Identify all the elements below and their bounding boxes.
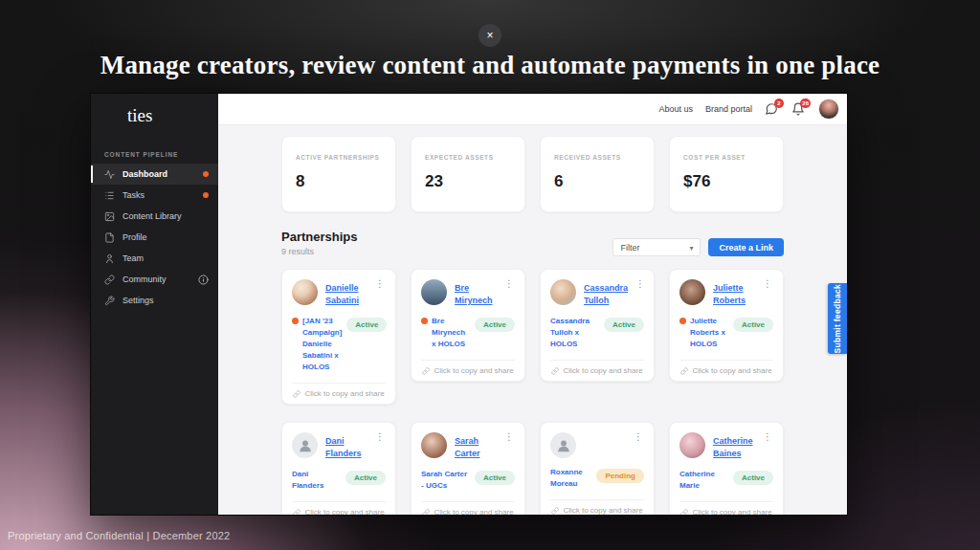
sidebar-item-label: Content Library (122, 211, 182, 221)
stats-row: ACTIVE PARTNERSHIPS8EXPECTED ASSETS23REC… (281, 136, 784, 212)
sidebar-menu: DashboardTasksContent LibraryProfileTeam… (91, 164, 218, 311)
campaign-name: Juliette Roberts x HOLOS (690, 316, 728, 350)
status-badge: Active (733, 471, 773, 485)
status-badge: Active (475, 318, 515, 332)
status-dot (421, 318, 428, 324)
copy-share-button[interactable]: Click to copy and share (679, 501, 773, 515)
partnership-card: Roxanne MoreauPendingClick to copy and s… (540, 422, 655, 515)
stat-value: 23 (425, 172, 511, 191)
sidebar-item-dashboard[interactable]: Dashboard (91, 164, 218, 185)
stat-card: COST PER ASSET$76 (669, 136, 784, 212)
creator-name-link[interactable]: Bre Mirynech (455, 279, 497, 307)
create-link-button[interactable]: Create a Link (708, 238, 784, 256)
card-menu-icon[interactable] (504, 432, 515, 460)
card-menu-icon[interactable] (634, 432, 644, 458)
sidebar-item-team[interactable]: Team (91, 248, 218, 269)
campaign-name: Sarah Carter - UGCs (421, 469, 470, 492)
copy-share-label: Click to copy and share (434, 508, 513, 515)
tasks-icon (104, 190, 115, 201)
copy-share-label: Click to copy and share (563, 366, 642, 375)
creator-avatar (292, 279, 318, 305)
partnerships-header: Partnerships 9 results Filter Create a L… (281, 230, 784, 256)
campaign-name: [JAN '23 Campaign] Danielle Sabatini x H… (302, 316, 342, 373)
card-menu-icon[interactable] (763, 279, 773, 307)
presentation-slide: × Manage creators, review content and au… (0, 0, 980, 550)
app-window: ties CONTENT PIPELINE DashboardTasksCont… (91, 94, 847, 515)
copy-share-button[interactable]: Click to copy and share (550, 360, 644, 381)
card-menu-icon[interactable] (375, 432, 386, 460)
creator-name-link[interactable]: Sarah Carter (455, 432, 497, 460)
card-menu-icon[interactable] (504, 279, 515, 307)
status-badge: Active (345, 471, 386, 485)
slide-footer: Proprietary and Confidential | December … (8, 530, 230, 541)
creator-avatar (421, 279, 447, 305)
stat-value: 6 (554, 172, 640, 191)
copy-share-button[interactable]: Click to copy and share (550, 499, 644, 515)
partnership-card: Catherine BainesCatherine MarieActiveCli… (669, 422, 784, 515)
partnerships-title: Partnerships (281, 230, 357, 244)
stat-card: RECEIVED ASSETS6 (540, 136, 655, 212)
filter-label: Filter (620, 243, 639, 253)
creator-name-link[interactable]: Cassandra Tulloh (584, 279, 628, 307)
notification-dot (203, 171, 209, 177)
person-silhouette-icon (554, 436, 573, 455)
partnership-card: Danielle Sabatini[JAN '23 Campaign] Dani… (281, 269, 396, 405)
sidebar-item-settings[interactable]: Settings (91, 290, 218, 311)
status-badge: Active (475, 471, 515, 485)
sidebar-item-profile[interactable]: Profile (91, 227, 218, 248)
info-icon (198, 275, 209, 285)
copy-share-button[interactable]: Click to copy and share (292, 383, 386, 404)
status-dot (292, 318, 299, 324)
status-dot (679, 318, 686, 324)
card-menu-icon[interactable] (635, 279, 646, 307)
sidebar-item-content-library[interactable]: Content Library (91, 206, 218, 227)
stat-label: EXPECTED ASSETS (425, 154, 511, 161)
sidebar-item-label: Team (122, 253, 144, 263)
close-button[interactable]: × (479, 24, 501, 47)
notifications-button[interactable]: 26 (791, 102, 806, 117)
nav-link-brand-portal[interactable]: Brand portal (705, 104, 752, 114)
filter-dropdown[interactable]: Filter (612, 238, 701, 256)
partnership-card: Cassandra TullohCassandra Tulloh x HOLOS… (540, 269, 655, 382)
stat-label: COST PER ASSET (683, 154, 769, 161)
notifications-badge: 26 (800, 99, 811, 108)
copy-share-button[interactable]: Click to copy and share (421, 360, 515, 381)
creator-avatar (550, 432, 576, 458)
creator-avatar (421, 432, 447, 458)
creator-name-link[interactable]: Catherine Baines (713, 432, 755, 460)
card-menu-icon[interactable] (763, 432, 773, 460)
copy-share-button[interactable]: Click to copy and share (292, 501, 386, 515)
sidebar-item-tasks[interactable]: Tasks (91, 185, 218, 206)
creator-avatar (550, 279, 576, 305)
chat-button[interactable]: 2 (765, 102, 779, 117)
sidebar-item-label: Profile (122, 232, 147, 242)
nav-link-about-us[interactable]: About us (658, 104, 693, 114)
creator-name-link[interactable]: Juliette Roberts (713, 279, 755, 307)
sidebar-section-label: CONTENT PIPELINE (104, 151, 218, 158)
status-badge: Active (346, 318, 387, 332)
main-area: About us Brand portal 2 26 ACTIVE PARTNE… (218, 94, 847, 515)
link-icon (680, 367, 688, 375)
copy-share-button[interactable]: Click to copy and share (679, 360, 773, 381)
chat-badge: 2 (774, 99, 784, 108)
chevron-down-icon (689, 243, 693, 253)
stat-label: ACTIVE PARTNERSHIPS (296, 154, 382, 161)
creator-name-link[interactable]: Danielle Sabatini (325, 279, 368, 307)
creator-name-link[interactable]: Dani Flanders (325, 432, 368, 460)
notification-dot (203, 192, 209, 198)
copy-share-button[interactable]: Click to copy and share (421, 501, 515, 515)
sidebar-item-label: Community (122, 275, 167, 284)
campaign-name: Cassandra Tulloh x HOLOS (550, 316, 599, 350)
creator-avatar (679, 279, 705, 305)
file-icon (104, 232, 115, 243)
stat-card: ACTIVE PARTNERSHIPS8 (281, 136, 396, 212)
campaign-name: Bre Mirynech x HOLOS (432, 316, 470, 350)
submit-feedback-button[interactable]: Submit feedback (828, 283, 847, 354)
close-icon: × (486, 24, 493, 47)
link-icon (104, 275, 115, 285)
sidebar-item-community[interactable]: Community (91, 269, 218, 290)
partnership-card: Juliette RobertsJuliette Roberts x HOLOS… (669, 269, 784, 382)
user-avatar[interactable] (818, 99, 839, 120)
card-menu-icon[interactable] (375, 279, 386, 307)
status-badge: Active (733, 318, 773, 332)
